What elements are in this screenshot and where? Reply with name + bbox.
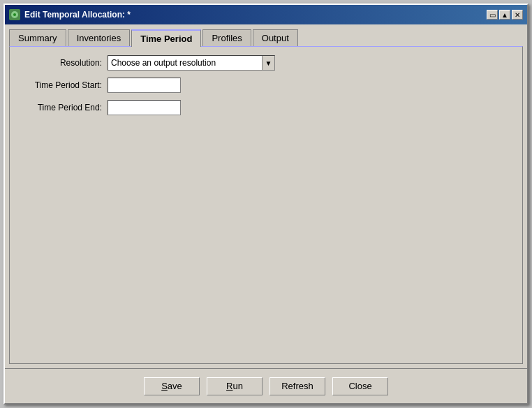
resolution-row: Resolution: Choose an output resolution … [18, 55, 514, 71]
window-title: Edit Temporal Allocation: * [24, 10, 482, 20]
tab-inventories[interactable]: Inventories [68, 29, 131, 47]
tab-bar: Summary Inventories Time Period Profiles… [9, 29, 523, 46]
tab-time-period[interactable]: Time Period [131, 29, 201, 47]
close-button[interactable]: ✕ [512, 10, 523, 20]
close-label: Close [348, 381, 371, 391]
svg-point-1 [13, 13, 16, 16]
maximize-button[interactable]: ▲ [499, 10, 510, 20]
restore-button[interactable]: ▭ [487, 10, 498, 20]
resolution-label: Resolution: [18, 58, 102, 68]
time-period-start-row: Time Period Start: [18, 78, 514, 93]
dropdown-arrow-icon: ▼ [265, 59, 272, 67]
time-period-end-row: Time Period End: [18, 100, 514, 115]
save-label: SSaveave [161, 381, 182, 391]
resolution-dropdown-button[interactable]: ▼ [262, 56, 274, 70]
app-icon [9, 9, 20, 20]
tab-content: Resolution: Choose an output resolution … [9, 46, 523, 364]
time-period-start-input[interactable] [108, 78, 181, 93]
run-label: Run [226, 381, 243, 391]
title-buttons: ▭ ▲ ✕ [487, 10, 523, 20]
resolution-select-text: Choose an output resolution [108, 57, 262, 69]
footer: SSaveave Run Refresh Close [5, 368, 527, 403]
time-period-end-label: Time Period End: [18, 103, 102, 112]
time-period-end-input[interactable] [108, 100, 181, 115]
content-area [18, 122, 514, 355]
save-button[interactable]: SSaveave [144, 377, 200, 395]
refresh-button[interactable]: Refresh [269, 377, 325, 395]
close-button-footer[interactable]: Close [332, 377, 388, 395]
tab-profiles[interactable]: Profiles [202, 29, 251, 47]
tab-summary[interactable]: Summary [9, 29, 66, 47]
main-window: Edit Temporal Allocation: * ▭ ▲ ✕ Summar… [3, 3, 529, 405]
refresh-label: Refresh [281, 381, 313, 391]
resolution-select[interactable]: Choose an output resolution ▼ [108, 55, 275, 71]
time-period-start-label: Time Period Start: [18, 80, 102, 90]
run-button[interactable]: Run [207, 377, 263, 395]
title-bar: Edit Temporal Allocation: * ▭ ▲ ✕ [5, 5, 527, 24]
tab-output[interactable]: Output [253, 29, 298, 47]
window-body: Summary Inventories Time Period Profiles… [5, 24, 527, 368]
